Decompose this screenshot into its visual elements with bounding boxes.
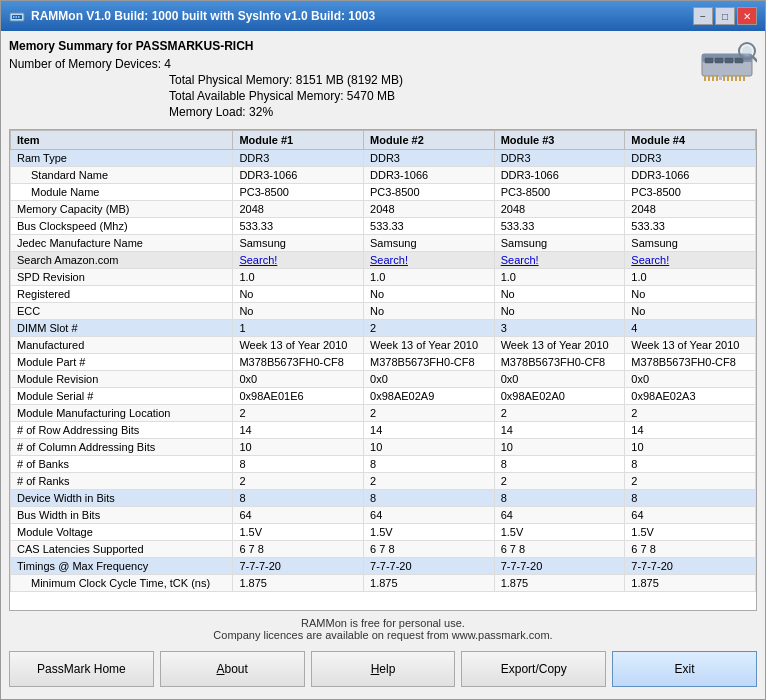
row-item-label: Minimum Clock Cycle Time, tCK (ns) xyxy=(11,575,233,592)
table-row: Device Width in Bits8888 xyxy=(11,490,756,507)
row-module-value: 8 xyxy=(233,490,364,507)
row-module-value: 8 xyxy=(625,456,756,473)
summary-section: Memory Summary for PASSMARKUS-RICH Numbe… xyxy=(9,39,757,121)
table-row: Ram TypeDDR3DDR3DDR3DDR3 xyxy=(11,150,756,167)
table-row: # of Column Addressing Bits10101010 xyxy=(11,439,756,456)
row-module-value: 533.33 xyxy=(494,218,625,235)
table-row: Minimum Clock Cycle Time, tCK (ns)1.8751… xyxy=(11,575,756,592)
row-module-value: No xyxy=(233,303,364,320)
table-row: Module Revision0x00x00x00x0 xyxy=(11,371,756,388)
table-header-row: Item Module #1 Module #2 Module #3 Modul… xyxy=(11,131,756,150)
about-button[interactable]: About xyxy=(160,651,305,687)
row-module-value: Week 13 of Year 2010 xyxy=(364,337,495,354)
svg-rect-7 xyxy=(705,58,713,63)
row-module-value: 2048 xyxy=(625,201,756,218)
search-link[interactable]: Search! xyxy=(631,254,669,266)
row-module-value: No xyxy=(625,286,756,303)
row-module-value: 3 xyxy=(494,320,625,337)
row-module-value: Week 13 of Year 2010 xyxy=(494,337,625,354)
row-module-value: 14 xyxy=(233,422,364,439)
search-link[interactable]: Search! xyxy=(370,254,408,266)
memory-load: Memory Load: 32% xyxy=(169,105,403,119)
row-module-value: M378B5673FH0-CF8 xyxy=(494,354,625,371)
col-item: Item xyxy=(11,131,233,150)
row-module-value: 1 xyxy=(233,320,364,337)
row-module-value: 0x0 xyxy=(625,371,756,388)
row-module-value[interactable]: Search! xyxy=(625,252,756,269)
row-module-value: DDR3 xyxy=(494,150,625,167)
svg-rect-3 xyxy=(16,16,18,18)
passmark-home-button[interactable]: PassMark Home xyxy=(9,651,154,687)
row-item-label: # of Column Addressing Bits xyxy=(11,439,233,456)
row-module-value[interactable]: Search! xyxy=(364,252,495,269)
row-module-value: No xyxy=(233,286,364,303)
row-module-value: 1.875 xyxy=(494,575,625,592)
table-row: # of Ranks2222 xyxy=(11,473,756,490)
table-row: CAS Latencies Supported6 7 86 7 86 7 86 … xyxy=(11,541,756,558)
table-row: Memory Capacity (MB)2048204820482048 xyxy=(11,201,756,218)
row-item-label: Module Part # xyxy=(11,354,233,371)
row-item-label: ECC xyxy=(11,303,233,320)
row-module-value: 1.875 xyxy=(233,575,364,592)
app-icon xyxy=(9,8,25,24)
row-module-value: 8 xyxy=(625,490,756,507)
row-module-value: 64 xyxy=(494,507,625,524)
row-module-value: Week 13 of Year 2010 xyxy=(233,337,364,354)
row-module-value: 1.5V xyxy=(625,524,756,541)
svg-rect-19 xyxy=(735,76,737,81)
row-module-value: 10 xyxy=(233,439,364,456)
window-title: RAMMon V1.0 Build: 1000 built with SysIn… xyxy=(31,9,375,23)
maximize-button[interactable]: □ xyxy=(715,7,735,25)
svg-rect-10 xyxy=(735,58,743,63)
help-label: Help xyxy=(371,662,396,676)
main-window: RAMMon V1.0 Build: 1000 built with SysIn… xyxy=(0,0,766,700)
row-module-value: 14 xyxy=(625,422,756,439)
title-bar-left: RAMMon V1.0 Build: 1000 built with SysIn… xyxy=(9,8,375,24)
help-button[interactable]: Help xyxy=(311,651,456,687)
row-module-value: 0x98AE01E6 xyxy=(233,388,364,405)
row-module-value: No xyxy=(364,286,495,303)
row-module-value: 1.0 xyxy=(233,269,364,286)
row-item-label: Bus Width in Bits xyxy=(11,507,233,524)
row-module-value: 533.33 xyxy=(233,218,364,235)
svg-line-24 xyxy=(753,57,757,61)
table-row: # of Banks8888 xyxy=(11,456,756,473)
row-module-value: 10 xyxy=(625,439,756,456)
svg-rect-15 xyxy=(716,76,718,81)
export-copy-button[interactable]: Export/Copy xyxy=(461,651,606,687)
row-module-value: No xyxy=(364,303,495,320)
row-module-value: 0x98AE02A9 xyxy=(364,388,495,405)
table-row: RegisteredNoNoNoNo xyxy=(11,286,756,303)
table-row: Bus Clockspeed (Mhz)533.33533.33533.3353… xyxy=(11,218,756,235)
row-module-value: Samsung xyxy=(494,235,625,252)
memory-table: Item Module #1 Module #2 Module #3 Modul… xyxy=(10,130,756,592)
row-module-value: 2 xyxy=(494,473,625,490)
row-module-value: No xyxy=(494,286,625,303)
row-module-value: 2 xyxy=(494,405,625,422)
row-item-label: Ram Type xyxy=(11,150,233,167)
content-area: Memory Summary for PASSMARKUS-RICH Numbe… xyxy=(1,31,765,699)
close-button[interactable]: ✕ xyxy=(737,7,757,25)
table-row: Module Serial #0x98AE01E60x98AE02A90x98A… xyxy=(11,388,756,405)
row-module-value: 0x0 xyxy=(494,371,625,388)
exit-button[interactable]: Exit xyxy=(612,651,757,687)
search-link[interactable]: Search! xyxy=(239,254,277,266)
row-module-value: Samsung xyxy=(233,235,364,252)
minimize-button[interactable]: − xyxy=(693,7,713,25)
svg-rect-11 xyxy=(719,74,722,80)
row-module-value: DDR3-1066 xyxy=(364,167,495,184)
row-item-label: Module Voltage xyxy=(11,524,233,541)
row-item-label: Module Revision xyxy=(11,371,233,388)
row-module-value: 0x98AE02A0 xyxy=(494,388,625,405)
col-module1: Module #1 xyxy=(233,131,364,150)
table-row: DIMM Slot #1234 xyxy=(11,320,756,337)
about-label: About xyxy=(217,662,248,676)
row-item-label: # of Banks xyxy=(11,456,233,473)
row-module-value[interactable]: Search! xyxy=(494,252,625,269)
row-module-value: 2 xyxy=(233,473,364,490)
row-module-value[interactable]: Search! xyxy=(233,252,364,269)
memory-table-container[interactable]: Item Module #1 Module #2 Module #3 Modul… xyxy=(9,129,757,611)
row-module-value: 1.5V xyxy=(233,524,364,541)
search-link[interactable]: Search! xyxy=(501,254,539,266)
row-module-value: 7-7-7-20 xyxy=(233,558,364,575)
